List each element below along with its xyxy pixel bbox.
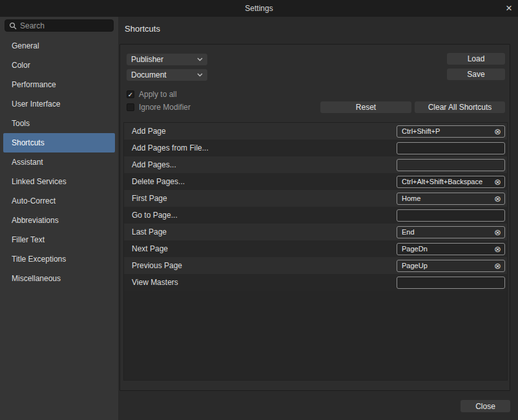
- action-label: Go to Page...: [124, 211, 397, 220]
- shortcut-field[interactable]: Ctrl+Alt+Shift+Backspace⊗: [397, 176, 505, 188]
- sidebar-item-performance[interactable]: Performance: [3, 75, 115, 94]
- sidebar-item-user-interface[interactable]: User Interface: [3, 94, 115, 114]
- shortcut-value: Ctrl+Shift+P: [402, 127, 494, 135]
- shortcut-row[interactable]: Next PagePageDn⊗: [124, 240, 507, 257]
- shortcut-row[interactable]: Add PageCtrl+Shift+P⊗: [124, 123, 507, 140]
- titlebar: Settings ×: [0, 0, 518, 17]
- apply-to-all-option[interactable]: ✓ Apply to all: [127, 90, 177, 99]
- clear-shortcut-icon[interactable]: ⊗: [494, 262, 501, 270]
- action-label: Delete Pages...: [124, 177, 397, 186]
- shortcut-field[interactable]: PageDn⊗: [397, 243, 505, 255]
- shortcut-field[interactable]: [397, 277, 505, 289]
- shortcut-field[interactable]: Home⊗: [397, 193, 505, 205]
- sidebar-item-color[interactable]: Color: [3, 56, 115, 75]
- ignore-modifier-label: Ignore Modifier: [139, 103, 191, 112]
- action-label: First Page: [124, 194, 397, 203]
- search-icon: [9, 22, 20, 30]
- search-box[interactable]: [5, 19, 114, 32]
- shortcut-value: Home: [402, 194, 494, 202]
- reset-button[interactable]: Reset: [320, 101, 411, 113]
- chevron-down-icon: [197, 73, 203, 77]
- shortcut-row[interactable]: Go to Page...: [124, 207, 507, 224]
- shortcut-field[interactable]: PageUp⊗: [397, 260, 505, 272]
- sidebar: GeneralColorPerformanceUser InterfaceToo…: [0, 17, 118, 420]
- main-area: Shortcuts Publisher Document Load Save: [118, 17, 518, 420]
- save-button[interactable]: Save: [447, 68, 505, 80]
- action-label: Add Pages from File...: [124, 143, 397, 152]
- sidebar-item-shortcuts[interactable]: Shortcuts: [3, 133, 115, 152]
- category-select-value: Document: [131, 70, 197, 79]
- ignore-modifier-option[interactable]: ✓ Ignore Modifier: [127, 103, 191, 112]
- page-title: Shortcuts: [125, 24, 160, 34]
- ignore-modifier-checkbox[interactable]: ✓: [127, 103, 134, 111]
- shortcut-field[interactable]: [397, 209, 505, 222]
- sidebar-item-auto-correct[interactable]: Auto-Correct: [3, 191, 115, 211]
- sidebar-item-abbreviations[interactable]: Abbreviations: [3, 211, 115, 230]
- settings-dialog: Settings × GeneralColorPerformanceUser I…: [0, 0, 518, 420]
- load-button[interactable]: Load: [447, 53, 505, 65]
- action-label: Add Page: [124, 127, 397, 136]
- dialog-body: GeneralColorPerformanceUser InterfaceToo…: [0, 17, 518, 420]
- sidebar-nav: GeneralColorPerformanceUser InterfaceToo…: [0, 36, 118, 288]
- checkmark-icon: ✓: [128, 91, 133, 98]
- category-select[interactable]: Document: [127, 69, 207, 81]
- clear-shortcut-icon[interactable]: ⊗: [494, 127, 501, 136]
- app-select[interactable]: Publisher: [127, 54, 207, 65]
- shortcut-field[interactable]: End⊗: [397, 226, 505, 238]
- action-label: Add Pages...: [124, 160, 397, 169]
- sidebar-item-miscellaneous[interactable]: Miscellaneous: [3, 269, 115, 288]
- sidebar-item-general[interactable]: General: [3, 36, 115, 56]
- shortcut-row[interactable]: View Masters: [124, 274, 507, 291]
- action-label: View Masters: [124, 278, 397, 287]
- shortcuts-table: Add PageCtrl+Shift+P⊗Add Pages from File…: [123, 122, 508, 381]
- app-select-value: Publisher: [131, 55, 197, 64]
- apply-to-all-checkbox[interactable]: ✓: [127, 90, 134, 98]
- shortcut-row[interactable]: Delete Pages...Ctrl+Alt+Shift+Backspace⊗: [124, 173, 507, 190]
- shortcut-row[interactable]: First PageHome⊗: [124, 190, 507, 207]
- apply-to-all-label: Apply to all: [139, 90, 177, 99]
- shortcuts-panel: Publisher Document Load Save ✓ Apply to …: [119, 44, 510, 391]
- clear-shortcut-icon[interactable]: ⊗: [494, 178, 501, 186]
- shortcut-value: PageDn: [402, 245, 494, 253]
- clear-shortcut-icon[interactable]: ⊗: [494, 194, 501, 203]
- shortcut-field[interactable]: Ctrl+Shift+P⊗: [397, 125, 505, 138]
- shortcut-row[interactable]: Last PageEnd⊗: [124, 224, 507, 240]
- window-close-icon[interactable]: ×: [506, 0, 512, 17]
- shortcut-value: PageUp: [402, 262, 494, 269]
- sidebar-item-tools[interactable]: Tools: [3, 114, 115, 133]
- shortcut-value: End: [402, 228, 494, 236]
- clear-shortcut-icon[interactable]: ⊗: [494, 245, 501, 253]
- sidebar-item-linked-services[interactable]: Linked Services: [3, 172, 115, 191]
- sidebar-item-filler-text[interactable]: Filler Text: [3, 230, 115, 249]
- sidebar-item-assistant[interactable]: Assistant: [3, 152, 115, 172]
- shortcut-row[interactable]: Previous PagePageUp⊗: [124, 257, 507, 274]
- clear-shortcut-icon[interactable]: ⊗: [494, 228, 501, 236]
- action-label: Next Page: [124, 244, 397, 253]
- shortcut-field[interactable]: [397, 142, 505, 154]
- window-title: Settings: [245, 4, 273, 13]
- search-input[interactable]: [20, 21, 109, 30]
- action-label: Previous Page: [124, 261, 397, 270]
- action-label: Last Page: [124, 227, 397, 236]
- sidebar-item-title-exceptions[interactable]: Title Exceptions: [3, 249, 115, 269]
- shortcut-row[interactable]: Add Pages...: [124, 156, 507, 173]
- clear-all-shortcuts-button[interactable]: Clear All Shortcuts: [415, 101, 505, 113]
- shortcut-row[interactable]: Add Pages from File...: [124, 140, 507, 156]
- shortcut-value: Ctrl+Alt+Shift+Backspace: [402, 178, 494, 185]
- close-button[interactable]: Close: [461, 400, 510, 412]
- shortcut-field[interactable]: [397, 159, 505, 171]
- chevron-down-icon: [197, 58, 203, 61]
